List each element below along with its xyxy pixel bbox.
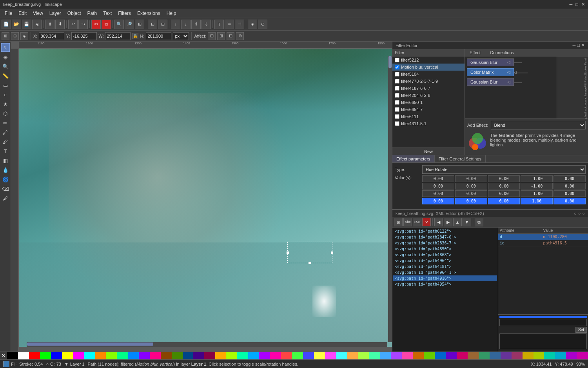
fe-btn1[interactable]: ─ — [573, 43, 576, 48]
raise-btn[interactable]: ↑ — [171, 20, 180, 29]
save-btn[interactable]: 💾 — [22, 20, 31, 29]
palette-color-45[interactable] — [501, 352, 512, 359]
effect-node-gaussian2[interactable]: Gaussian Blur ◁ — [467, 78, 514, 86]
measure-tool[interactable]: 📏 — [1, 71, 10, 80]
affect1-btn[interactable]: ⊡ — [208, 32, 216, 40]
palette-color-10[interactable] — [117, 352, 128, 359]
xml-new-text-btn[interactable]: Abc — [403, 218, 412, 226]
palette-color-30[interactable] — [336, 352, 347, 359]
close-btn[interactable]: ✕ — [581, 2, 585, 7]
palette-color-43[interactable] — [479, 352, 490, 359]
pencil-tool[interactable]: ✏ — [1, 118, 10, 127]
cell-1-1[interactable]: 0.00 — [455, 183, 487, 189]
cell-0-4[interactable]: 0.00 — [554, 175, 586, 182]
xml-btn1[interactable]: ○ — [574, 211, 577, 216]
lower-btn[interactable]: ↓ — [181, 20, 191, 29]
palette-color-16[interactable] — [183, 352, 194, 359]
xml-item-path2847[interactable]: <svg:path id="path2847-0"> — [393, 234, 497, 240]
palette-color-37[interactable] — [413, 352, 424, 359]
matrix-row-0[interactable]: 0.00 0.00 0.00 -1.00 0.00 — [422, 175, 586, 182]
palette-color-47[interactable] — [523, 352, 534, 359]
palette-color-35[interactable] — [391, 352, 402, 359]
scroll-right[interactable] — [388, 56, 392, 342]
palette-color-17[interactable] — [193, 352, 204, 359]
menu-text[interactable]: Text — [100, 10, 115, 17]
xml-item-path4916[interactable]: <svg:path id="path4916"> — [393, 275, 497, 281]
xml-attrs-body[interactable]: d m 1100.280 id path4916.5 — [498, 234, 588, 314]
show-xml-btn[interactable]: ⊙ — [258, 20, 267, 29]
xml-down-btn[interactable]: ▼ — [463, 218, 471, 226]
zoom-in-btn[interactable]: 🔍 — [114, 20, 124, 29]
filter-general-settings-tab[interactable]: Filter General Settings — [435, 155, 486, 162]
scroll-bottom[interactable] — [27, 342, 387, 347]
group-btn[interactable]: ⊡ — [148, 20, 157, 29]
palette-color-24[interactable] — [270, 352, 281, 359]
gradient-tool[interactable]: ◧ — [1, 156, 10, 165]
cell-1-4[interactable]: 0.00 — [554, 183, 586, 189]
palette-color-2[interactable] — [29, 352, 40, 359]
palette-color-5[interactable] — [62, 352, 73, 359]
cell-3-3[interactable]: 1.00 — [521, 198, 553, 204]
menu-path[interactable]: Path — [84, 10, 100, 17]
snap3-btn[interactable]: ◈ — [20, 32, 28, 40]
canvas-area[interactable]: 1100 1200 1300 1400 1500 1600 1700 1900 — [11, 42, 392, 352]
raise-top-btn[interactable]: ⇑ — [191, 20, 201, 29]
matrix-row-1[interactable]: 0.00 0.00 0.00 -1.00 0.00 — [422, 183, 586, 189]
xml-new-elem-btn[interactable]: ⊞ — [394, 218, 403, 226]
filter-check-6111[interactable] — [395, 114, 399, 119]
dropper-tool[interactable]: 💧 — [1, 166, 10, 174]
palette-color-33[interactable] — [369, 352, 380, 359]
affect3-btn[interactable]: ⊟ — [227, 32, 234, 40]
palette-color-39[interactable] — [435, 352, 446, 359]
matrix-row-2[interactable]: 0.00 0.00 0.00 -1.00 0.00 — [422, 190, 586, 197]
cell-0-1[interactable]: 0.00 — [455, 175, 487, 182]
palette-color-22[interactable] — [248, 352, 259, 359]
xml-new-xml-btn[interactable]: XML — [413, 218, 421, 226]
new-btn[interactable]: 📄 — [2, 20, 11, 29]
palette-color-31[interactable] — [347, 352, 358, 359]
effect-tab[interactable]: Effect — [465, 49, 485, 56]
menu-file[interactable]: File — [2, 10, 15, 17]
palette-color-6[interactable] — [73, 352, 84, 359]
palette-color-44[interactable] — [490, 352, 501, 359]
palette-color-23[interactable] — [259, 352, 270, 359]
palette-color-46[interactable] — [512, 352, 523, 359]
lower-bottom-btn[interactable]: ⇓ — [201, 20, 211, 29]
palette-color-11[interactable] — [128, 352, 139, 359]
palette-color-50[interactable] — [555, 352, 566, 359]
node-btn[interactable]: ◈ — [248, 20, 257, 29]
open-btn[interactable]: 📂 — [12, 20, 21, 29]
menu-layer[interactable]: Layer — [46, 10, 64, 17]
cell-1-3[interactable]: -1.00 — [521, 183, 553, 189]
palette-color-38[interactable] — [424, 352, 435, 359]
align-left-btn[interactable]: ⊨ — [225, 20, 234, 29]
cell-3-0[interactable]: 0.00 — [422, 198, 454, 204]
filter-check-4204[interactable] — [395, 93, 399, 98]
minimize-btn[interactable]: ─ — [570, 2, 573, 7]
cell-0-0[interactable]: 0.00 — [422, 175, 454, 182]
matrix-row-3[interactable]: 0.00 0.00 0.00 1.00 0.00 — [422, 198, 586, 204]
select-tool[interactable]: ↖ — [1, 43, 10, 52]
attr-row-id[interactable]: id path4916.5 — [498, 240, 588, 246]
zoom-fit-btn[interactable]: ⊞ — [135, 20, 144, 29]
effect-node-colormatrix[interactable]: Color Matrix ◁ ◁ — [467, 68, 514, 76]
xml-next-btn[interactable]: ▶ — [444, 218, 452, 226]
cell-2-3[interactable]: -1.00 — [521, 190, 553, 197]
connections-tab[interactable]: Connections — [485, 49, 519, 56]
align-right-btn[interactable]: ⊣ — [235, 20, 244, 29]
paint-tool[interactable]: 🖌 — [1, 194, 10, 202]
xml-tree[interactable]: <svg:path id="path6122"> <svg:path id="p… — [392, 228, 498, 352]
filter-check-5212[interactable] — [395, 58, 399, 62]
fe-btn2[interactable]: □ — [577, 43, 580, 48]
palette-color-40[interactable] — [446, 352, 457, 359]
palette-color-1[interactable] — [18, 352, 29, 359]
xml-prev-btn[interactable]: ◀ — [434, 218, 443, 226]
cell-2-2[interactable]: 0.00 — [488, 190, 520, 197]
cell-2-4[interactable]: 0.00 — [554, 190, 586, 197]
xml-item-path4964-1[interactable]: <svg:path id="path4964-1"> — [393, 270, 497, 275]
menu-extensions[interactable]: Extensions — [134, 10, 163, 17]
filter-check-5104[interactable] — [395, 72, 399, 77]
xml-btn3[interactable]: ○ — [582, 211, 585, 216]
filter-item-6654[interactable]: filter6654-7 — [392, 106, 465, 113]
xml-item-path4868[interactable]: <svg:path id="path4868"> — [393, 252, 497, 258]
